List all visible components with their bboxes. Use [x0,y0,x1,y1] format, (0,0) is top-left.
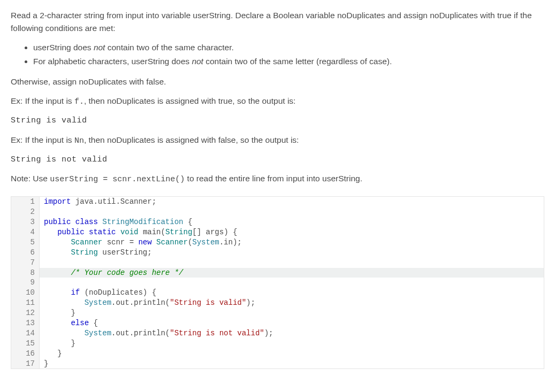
code-content: System.out.println("String is valid"); [40,298,544,308]
line-number: 1 [11,197,40,207]
code-line: 1import java.util.Scanner; [11,197,544,207]
code-line: 4 public static void main(String[] args)… [11,227,544,237]
line-number: 15 [11,339,40,349]
condition-item: For alphabetic characters, userString do… [33,55,544,68]
code-content: System.out.println("String is not valid"… [40,328,544,339]
line-number: 5 [11,237,40,248]
note-prefix: Note: Use [11,174,50,183]
example-2-input: Nn [74,136,84,145]
code-content: public class StringModification { [40,217,544,227]
code-content: /* Your code goes here */ [40,268,544,278]
example-1-output: String is valid [11,114,544,127]
code-content: } [40,339,544,349]
code-editor[interactable]: 1import java.util.Scanner;2 3public clas… [11,196,544,369]
code-line: 13 else { [11,318,544,328]
code-line: 15 } [11,339,544,349]
example-1-prefix: Ex: If the input is [11,96,74,105]
code-content: else { [40,318,544,328]
code-content: } [40,359,544,369]
line-number: 17 [11,359,40,369]
line-number: 9 [11,278,40,288]
code-content: } [40,308,544,318]
code-line: 14 System.out.println("String is not val… [11,328,544,339]
example-2-suffix: , then noDuplicates is assigned with fal… [84,135,299,144]
note-text: Note: Use userString = scnr.nextLine() t… [11,172,544,186]
condition-item: userString does not contain two of the s… [33,41,544,54]
line-number: 2 [11,207,40,217]
line-number: 4 [11,227,40,237]
code-content: if (noDuplicates) { [40,288,544,298]
line-number: 3 [11,217,40,227]
code-line: 3public class StringModification { [11,217,544,227]
code-line: 6 String userString; [11,248,544,258]
note-code: userString = scnr.nextLine() [50,175,185,184]
code-line: 10 if (noDuplicates) { [11,288,544,298]
code-line: 12 } [11,308,544,318]
code-line: 8 /* Your code goes here */ [11,268,544,278]
code-line: 17} [11,359,544,369]
code-content: } [40,349,544,359]
instruction-paragraph-1: Read a 2-character string from input int… [11,9,544,35]
code-content: public static void main(String[] args) { [40,227,544,237]
code-content: Scanner scnr = new Scanner(System.in); [40,237,544,248]
example-2-text: Ex: If the input is Nn, then noDuplicate… [11,134,544,147]
line-number: 13 [11,318,40,328]
line-number: 16 [11,349,40,359]
line-number: 7 [11,258,40,268]
code-line: 16 } [11,349,544,359]
line-number: 11 [11,298,40,308]
code-content: import java.util.Scanner; [40,197,544,207]
example-1-input: f. [74,97,84,106]
code-content [40,258,544,268]
line-number: 10 [11,288,40,298]
example-2-prefix: Ex: If the input is [11,135,74,144]
code-line: 9 [11,278,544,288]
code-line: 11 System.out.println("String is valid")… [11,298,544,308]
line-number: 6 [11,248,40,258]
line-number: 12 [11,308,40,318]
code-content [40,207,544,217]
line-number: 14 [11,328,40,339]
code-content: String userString; [40,248,544,258]
example-2-output: String is not valid [11,153,544,166]
conditions-list: userString does not contain two of the s… [11,41,544,68]
code-content [40,278,544,288]
code-line: 5 Scanner scnr = new Scanner(System.in); [11,237,544,248]
note-suffix: to read the entire line from input into … [185,174,362,183]
code-line: 7 [11,258,544,268]
code-line: 2 [11,207,544,217]
example-1-suffix: , then noDuplicates is assigned with tru… [84,96,295,105]
line-number: 8 [11,268,40,278]
instruction-paragraph-2: Otherwise, assign noDuplicates with fals… [11,75,544,88]
example-1-text: Ex: If the input is f., then noDuplicate… [11,95,544,108]
